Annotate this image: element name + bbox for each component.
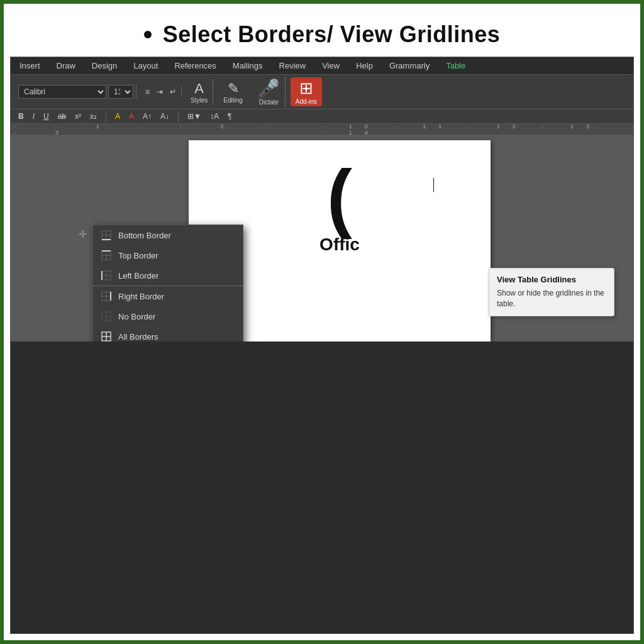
menu-view[interactable]: View — [319, 60, 342, 72]
add-ins-button[interactable]: ⊞ Add-ins — [291, 77, 322, 106]
text-cursor — [433, 178, 434, 192]
menu-all-borders[interactable]: All Borders — [93, 326, 243, 341]
tooltip-title: View Table Gridlines — [497, 275, 606, 284]
tooltip-box: View Table Gridlines Show or hide the gr… — [489, 268, 614, 316]
toolbar-row-1: Calibri 11 ≡ ⇥ ↵ A Styles ✎ Editing — [11, 74, 633, 109]
editing-button[interactable]: ✎ Editing — [218, 79, 248, 105]
highlight-btn[interactable]: A — [113, 111, 123, 122]
strikethrough-btn[interactable]: ab — [55, 111, 69, 122]
menu-mailings[interactable]: Mailings — [230, 60, 265, 72]
bottom-border-label: Bottom Border — [118, 231, 171, 240]
left-border-icon — [101, 270, 112, 281]
menu-grammarly[interactable]: Grammarly — [387, 60, 432, 72]
styles-label: Styles — [191, 97, 208, 104]
toolbar-area: A Styles ✎ Editing 🎤 Dictate ⊞ Add-ins — [186, 77, 628, 107]
paragraph-group: ≡ ⇥ ↵ — [140, 86, 182, 97]
microphone-icon: 🎤 — [258, 78, 280, 99]
font-size-increase-btn[interactable]: A↑ — [140, 111, 154, 122]
top-border-label: Top Border — [118, 251, 158, 260]
title-section: Select Borders/ View Gridlines — [10, 10, 634, 57]
font-selector[interactable]: Calibri — [18, 85, 106, 99]
toolbar-row-2: B I U ab x² x₂ A A A↑ A↓ ⊞▼ ↕A ¶ — [11, 109, 633, 124]
bullet-dot — [144, 31, 152, 38]
menu-references[interactable]: References — [172, 60, 218, 72]
screenshot-frame: Insert Draw Design Layout References Mai… — [10, 57, 634, 634]
move-cursor-icon: ✛ — [79, 228, 87, 240]
font-group: Calibri 11 — [16, 85, 136, 99]
menu-bar: Insert Draw Design Layout References Mai… — [11, 57, 633, 74]
font-size-decrease-btn[interactable]: A↓ — [158, 111, 172, 122]
no-border-label: No Border — [118, 312, 155, 321]
menu-draw[interactable]: Draw — [54, 60, 78, 72]
menu-design[interactable]: Design — [89, 60, 119, 72]
indent-btn[interactable]: ⇥ — [154, 86, 165, 97]
right-border-label: Right Border — [118, 292, 164, 301]
left-border-label: Left Border — [118, 271, 158, 280]
font-size-selector[interactable]: 11 — [108, 85, 133, 99]
borders-btn[interactable]: ⊞▼ — [185, 111, 204, 122]
dictate-label: Dictate — [259, 99, 279, 106]
italic-btn[interactable]: I — [30, 111, 37, 122]
sort-btn[interactable]: ↕A — [208, 111, 221, 122]
page-title: Select Borders/ View Gridlines — [163, 21, 501, 48]
menu-table[interactable]: Table — [443, 60, 468, 72]
no-border-icon — [101, 311, 112, 322]
menu-insert[interactable]: Insert — [17, 60, 43, 72]
menu-bottom-border[interactable]: Bottom Border — [93, 225, 243, 245]
font-color-btn[interactable]: A — [126, 111, 136, 122]
borders-dropdown-menu: Bottom Border Top Border — [92, 225, 243, 341]
right-border-icon — [101, 291, 112, 302]
subscript-btn[interactable]: x₂ — [87, 111, 99, 122]
tooltip-description: Show or hide the gridlines in the table. — [497, 288, 606, 309]
bold-btn[interactable]: B — [16, 111, 26, 122]
big-letter: ( — [327, 159, 352, 235]
all-borders-icon — [101, 331, 112, 341]
dictate-button[interactable]: 🎤 Dictate — [253, 77, 286, 107]
menu-no-border[interactable]: No Border — [93, 306, 243, 326]
menu-help[interactable]: Help — [353, 60, 375, 72]
all-borders-label: All Borders — [118, 332, 158, 341]
page-container: Select Borders/ View Gridlines Insert Dr… — [4, 4, 640, 640]
menu-right-border[interactable]: Right Border — [93, 286, 243, 306]
styles-button[interactable]: A Styles — [186, 79, 213, 105]
underline-btn[interactable]: U — [41, 111, 52, 122]
pilcrow-btn[interactable]: ¶ — [225, 111, 234, 122]
styles-icon: A — [194, 80, 204, 97]
menu-layout[interactable]: Layout — [131, 60, 160, 72]
menu-left-border[interactable]: Left Border — [93, 265, 243, 286]
bottom-border-icon — [101, 230, 112, 241]
office-label: Offic — [319, 235, 360, 255]
editing-label: Editing — [223, 97, 243, 104]
menu-top-border[interactable]: Top Border — [93, 245, 243, 265]
top-border-icon — [101, 250, 112, 261]
list-btn[interactable]: ≡ — [143, 86, 152, 97]
outdent-btn[interactable]: ↵ — [167, 86, 179, 97]
menu-review[interactable]: Review — [277, 60, 309, 72]
add-ins-icon: ⊞ — [299, 79, 313, 98]
add-ins-label: Add-ins — [296, 98, 317, 105]
ruler: · · 1 · · 2 · · 3 · 10 · 11 · 12 · 13 · … — [11, 124, 633, 135]
editing-icon: ✎ — [228, 80, 239, 97]
svg-rect-16 — [102, 312, 111, 321]
document-area: ( Offic ✛ — [11, 135, 633, 341]
superscript-btn[interactable]: x² — [72, 111, 84, 122]
